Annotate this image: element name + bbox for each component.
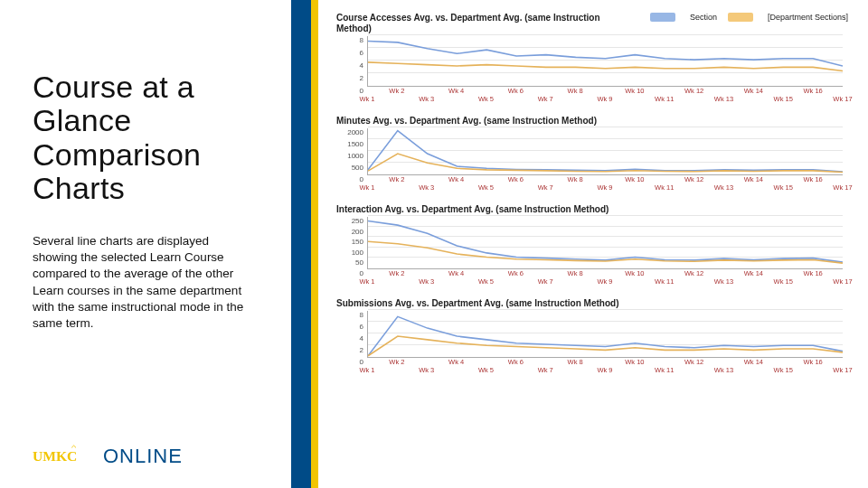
- y-tick: 500: [352, 164, 363, 172]
- y-tick: 100: [352, 248, 363, 256]
- x-label: Wk 7: [538, 366, 553, 374]
- x-label: Wk 14: [744, 358, 763, 366]
- y-axis: 050100150200250: [336, 217, 367, 269]
- x-label: Wk 10: [625, 358, 644, 366]
- chart-2: Interaction Avg. vs. Department Avg. (sa…: [336, 204, 848, 287]
- y-tick: 6: [360, 323, 363, 331]
- x-label: Wk 11: [655, 183, 674, 192]
- x-label: Wk 17: [833, 366, 852, 374]
- y-axis: 02468: [336, 36, 367, 87]
- x-label: Wk 7: [538, 277, 553, 286]
- x-label: Wk 2: [389, 87, 404, 95]
- y-axis: 02468: [336, 311, 367, 358]
- x-label: Wk 2: [389, 175, 404, 183]
- x-label: Wk 9: [597, 366, 612, 374]
- charts-column: Course Accesses Avg. vs. Department Avg.…: [327, 5, 857, 483]
- chart-frame: 050100150200250: [336, 217, 843, 269]
- plot-area: [367, 217, 843, 269]
- gold-divider: [311, 0, 318, 488]
- page-description: Several line charts are displayed showin…: [33, 233, 255, 332]
- y-tick: 4: [360, 61, 363, 70]
- x-label: Wk 3: [419, 183, 434, 192]
- x-label: Wk 17: [833, 183, 852, 192]
- x-label: Wk 4: [448, 269, 464, 277]
- chart-frame: 02468: [336, 311, 843, 358]
- x-label: Wk 16: [803, 358, 822, 366]
- y-tick: 8: [360, 36, 363, 44]
- plot-area: [367, 128, 843, 175]
- chart-3: Submissions Avg. vs. Department Avg. (sa…: [336, 298, 848, 376]
- x-label: Wk 4: [448, 358, 464, 366]
- umkc-logo-icon: UMKC: [33, 445, 98, 468]
- x-label: Wk 7: [538, 183, 553, 192]
- x-label: Wk 2: [389, 269, 404, 277]
- x-label: Wk 5: [478, 183, 494, 192]
- plot-area: [367, 36, 843, 87]
- chart-title: Minutes Avg. vs. Department Avg. (same I…: [336, 116, 597, 127]
- chart-header: Interaction Avg. vs. Department Avg. (sa…: [336, 204, 848, 215]
- x-label: Wk 5: [478, 95, 494, 103]
- x-label: Wk 10: [625, 87, 644, 95]
- x-label: Wk 7: [538, 95, 553, 103]
- x-label: Wk 6: [508, 358, 524, 366]
- x-label: Wk 5: [478, 277, 494, 286]
- legend-label-department: [Department Sections]: [768, 13, 848, 22]
- x-label: Wk 3: [419, 95, 434, 103]
- gridline: [368, 215, 843, 216]
- x-label: Wk 8: [568, 269, 583, 277]
- y-tick: 6: [360, 49, 363, 57]
- chart-frame: 0500100015002000: [336, 128, 843, 175]
- page-title: Course at a Glance Comparison Charts: [33, 70, 259, 206]
- x-label: Wk 8: [568, 87, 583, 95]
- x-label: Wk 6: [508, 87, 524, 95]
- x-label: Wk 11: [655, 366, 674, 374]
- gridline: [368, 34, 843, 35]
- x-label: Wk 1: [359, 366, 374, 374]
- x-label: Wk 11: [655, 277, 674, 286]
- x-axis-labels: Wk 1Wk 2Wk 3Wk 4Wk 5Wk 6Wk 7Wk 8Wk 9Wk 1…: [367, 358, 843, 376]
- x-label: Wk 14: [744, 175, 763, 183]
- y-tick: 200: [352, 227, 363, 235]
- chart-legend: Section[Department Sections]: [650, 13, 848, 22]
- y-tick: 150: [352, 238, 363, 246]
- x-axis-labels: Wk 1Wk 2Wk 3Wk 4Wk 5Wk 6Wk 7Wk 8Wk 9Wk 1…: [367, 175, 843, 193]
- x-label: Wk 6: [508, 175, 524, 183]
- x-label: Wk 8: [568, 358, 583, 366]
- x-label: Wk 15: [774, 366, 793, 374]
- legend-swatch-section: [650, 13, 675, 22]
- y-tick: 1000: [347, 152, 363, 160]
- x-label: Wk 4: [448, 87, 464, 95]
- chart-header: Submissions Avg. vs. Department Avg. (sa…: [336, 298, 848, 309]
- x-label: Wk 4: [448, 175, 464, 183]
- left-column: Course at a Glance Comparison Charts Sev…: [0, 0, 291, 488]
- x-label: Wk 5: [478, 366, 494, 374]
- y-tick: 0: [360, 269, 363, 277]
- chart-header: Course Accesses Avg. vs. Department Avg.…: [336, 13, 848, 34]
- y-tick: 250: [352, 217, 363, 225]
- chart-title: Course Accesses Avg. vs. Department Avg.…: [336, 13, 635, 34]
- x-label: Wk 15: [774, 183, 793, 192]
- x-label: Wk 1: [359, 95, 374, 103]
- x-label: Wk 10: [625, 175, 644, 183]
- x-label: Wk 12: [684, 87, 703, 95]
- x-label: Wk 2: [389, 358, 404, 366]
- x-label: Wk 12: [684, 358, 703, 366]
- series-line-0: [368, 221, 843, 263]
- x-label: Wk 16: [803, 175, 822, 183]
- x-label: Wk 14: [744, 87, 763, 95]
- x-label: Wk 13: [714, 95, 733, 103]
- chart-frame: 02468: [336, 36, 843, 87]
- y-tick: 0: [360, 87, 363, 95]
- series-line-0: [368, 42, 843, 67]
- gridline: [368, 127, 843, 127]
- logo-online-text: ONLINE: [103, 445, 183, 468]
- x-label: Wk 10: [625, 269, 644, 277]
- y-tick: 8: [360, 311, 363, 319]
- x-label: Wk 12: [684, 175, 703, 183]
- x-label: Wk 8: [568, 175, 583, 183]
- chart-0: Course Accesses Avg. vs. Department Avg.…: [336, 13, 848, 105]
- x-label: Wk 13: [714, 277, 733, 286]
- gridline: [368, 309, 843, 310]
- y-tick: 0: [360, 175, 363, 183]
- chart-title: Interaction Avg. vs. Department Avg. (sa…: [336, 204, 609, 215]
